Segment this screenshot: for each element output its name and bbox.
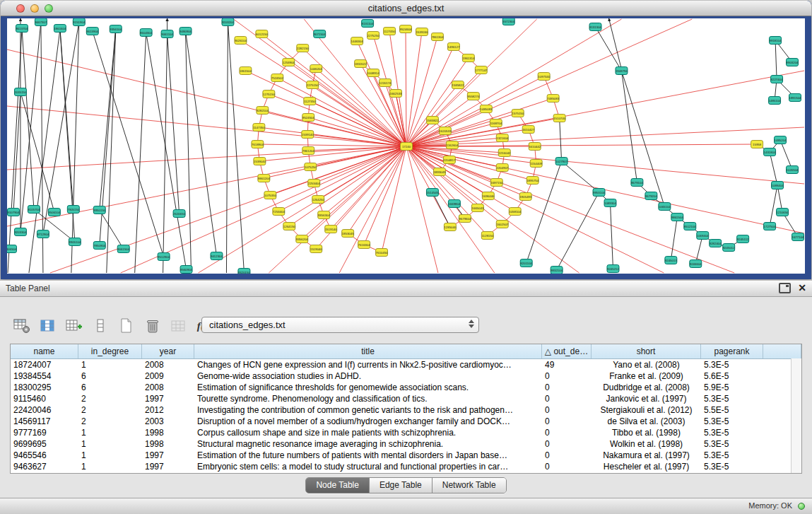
table-cell[interactable]: 1997 [142,450,194,461]
table-cell[interactable]: Franke et al. (2009) [592,370,701,382]
graph-node[interactable]: 1027907 [555,158,568,165]
column-header-name[interactable]: name [11,344,78,358]
graph-node[interactable]: 1162604 [446,141,458,149]
graph-node[interactable]: 2275250 [367,32,380,40]
graph-node[interactable]: 9245012 [723,244,736,252]
row-mode-icon[interactable] [91,317,110,334]
table-cell[interactable]: 0 [542,427,592,438]
graph-node[interactable]: 1727504 [764,223,777,230]
graph-node[interactable]: 1075350 [264,192,277,199]
graph-node[interactable]: 1127450 [384,28,396,35]
table-cell[interactable]: de Silva et al. (2003) [592,416,701,427]
graph-node[interactable]: 1168704 [490,119,502,127]
graph-node[interactable]: 1669804 [448,200,461,208]
table-cell[interactable]: Dudbridge et al. (2008) [592,382,701,393]
table-row[interactable]: 977716911998Corpus callosum shape and si… [11,427,801,438]
table-cell[interactable]: 2012 [142,404,194,416]
graph-node[interactable]: 2216042 [498,149,511,157]
graph-node[interactable]: 9861204 [258,175,271,182]
table-cell[interactable]: 0 [542,370,592,382]
graph-node[interactable]: 2282150 [297,45,310,52]
graph-node[interactable]: 5572304 [502,18,515,25]
table-scrollbar[interactable] [791,358,801,473]
graph-node[interactable]: 9558274 [467,93,480,100]
graph-node[interactable]: 9480904 [180,28,192,35]
table-cell[interactable]: 49 [542,359,592,370]
graph-node[interactable]: 1697150 [490,179,503,187]
table-cell[interactable]: 1 [78,427,142,438]
table-cell[interactable]: 2008 [142,359,194,370]
graph-node[interactable]: 8604304 [140,29,153,37]
table-cell[interactable]: Embryonic stem cells: a model to study s… [194,461,542,472]
graph-node[interactable]: 1948794 [616,67,628,75]
graph-node[interactable]: 9356104 [110,25,122,33]
graph-node[interactable]: 1620533 [439,127,452,135]
graph-node[interactable]: 8950150 [93,206,106,214]
graph-node[interactable]: 1514545 [426,189,439,197]
graph-node[interactable]: 9356304 [318,211,331,219]
select-columns-icon[interactable] [39,317,57,334]
table-cell[interactable]: 0 [542,416,592,427]
table-cell[interactable]: Hescheler et al. (1997) [592,461,701,472]
graph-node[interactable]: 9061104 [161,30,173,38]
graph-node[interactable]: 1253904 [283,59,295,66]
table-cell[interactable]: 1998 [142,427,194,438]
graph-node[interactable]: 1446204 [310,65,323,73]
graph-node[interactable]: 1861604 [54,25,66,33]
table-cell[interactable]: 1997 [142,461,194,472]
graph-node[interactable]: 9071504 [314,30,326,38]
table-cell[interactable]: 0 [542,438,592,450]
add-column-icon[interactable] [65,317,83,334]
graph-node[interactable]: 9246604 [690,260,702,268]
graph-node[interactable]: 1058104 [509,208,522,216]
graph-node[interactable]: 1264150 [283,223,296,230]
table-cell[interactable]: Corpus callosum shape and size in male p… [194,427,542,438]
graph-node[interactable]: 7905150 [67,206,80,214]
graph-node[interactable]: 1610442 [529,143,541,151]
table-cell[interactable]: 0 [542,461,592,472]
table-cell[interactable]: Investigating the contribution of common… [194,404,542,416]
graph-node[interactable]: 8903204 [787,59,799,66]
table-cell[interactable]: 19384554 [11,370,78,382]
graph-node[interactable]: 8560904 [180,266,193,274]
table-cell[interactable]: 5.6E-5 [701,370,763,382]
delete-icon[interactable] [143,317,162,334]
table-cell[interactable]: Estimation of the future numbers of pati… [194,450,542,461]
graph-node[interactable]: 9203204 [222,18,235,26]
table-cell[interactable]: Yano et al. (2008) [592,359,701,370]
table-row[interactable]: 1830029562008Estimation of significance … [11,382,801,393]
table-row[interactable]: 1456911722003Disruption of a novel membe… [11,416,801,427]
table-cell[interactable]: Estimation of significance thresholds fo… [194,382,542,393]
table-cell[interactable]: 1 [78,461,142,472]
table-cell[interactable]: 2 [78,416,142,427]
graph-node[interactable]: 7485083 [547,95,560,103]
table-options-icon[interactable] [13,317,31,334]
column-header-out_degree[interactable]: △ out_de… [542,344,592,358]
table-cell[interactable]: 2009 [142,370,194,382]
graph-node[interactable]: 9245212 [607,265,620,273]
graph-node[interactable]: 1485104 [769,97,782,105]
graph-node[interactable]: 8679104 [631,179,644,187]
table-cell[interactable]: Tourette syndrome. Phenomenology and cla… [194,393,542,404]
graph-node[interactable]: 9406504 [7,245,17,253]
graph-node[interactable]: 1861504 [240,67,252,75]
graph-node[interactable]: 1602507 [496,221,509,228]
table-cell[interactable]: Nakamura et al. (1997) [592,450,701,461]
graph-node[interactable]: 1154409 [530,160,542,168]
table-selector-dropdown[interactable]: citations_edges.txt [201,317,479,333]
tab-network-table[interactable]: Network Table [433,478,506,493]
graph-node[interactable]: 7616304 [358,241,371,249]
graph-node[interactable]: 8131304 [589,23,602,31]
close-panel-icon[interactable]: ✕ [798,282,806,293]
table-cell[interactable]: 18300295 [11,382,78,393]
graph-node[interactable]: 1539040 [254,158,266,165]
graph-node[interactable]: 8512104 [684,223,697,230]
table-cell[interactable]: 2008 [142,382,194,393]
graph-node[interactable]: 1519040 [310,245,323,253]
table-cell[interactable]: Disruption of a novel member of a sodium… [194,416,542,427]
table-cell[interactable]: 5.9E-5 [701,382,763,393]
graph-node[interactable]: 9905104 [69,238,81,246]
graph-node[interactable]: 1662533 [390,90,403,98]
window-titlebar[interactable]: citations_edges.txt [1,1,811,16]
graph-node[interactable]: 9467307 [35,18,47,26]
